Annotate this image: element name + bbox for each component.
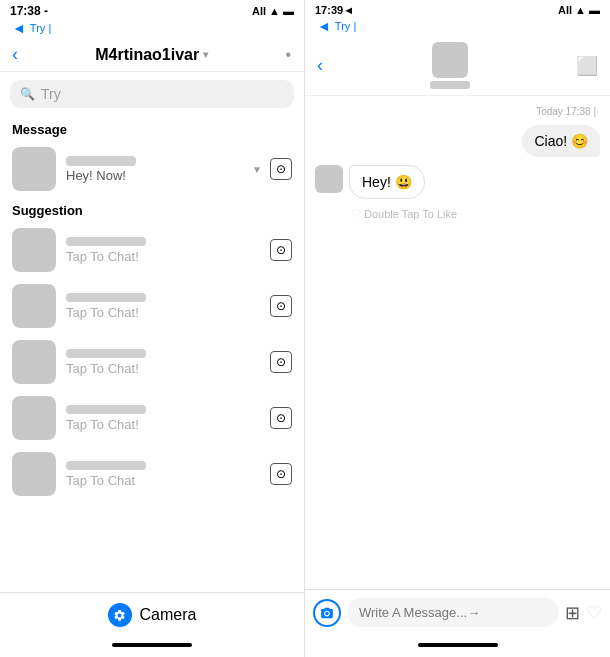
avatar — [12, 340, 56, 384]
double-tap-text: Double Tap To Like — [364, 208, 457, 220]
contact-avatar — [432, 42, 468, 78]
camera-icon[interactable]: ⊙ — [270, 463, 292, 485]
camera-button[interactable] — [108, 603, 132, 627]
home-indicator-left — [112, 643, 192, 647]
right-wifi-icon: ▲ — [575, 4, 586, 16]
suggestion-text: Tap To Chat! — [66, 417, 260, 432]
left-nav-back[interactable]: ◄ Try | — [0, 20, 304, 38]
message-content: Hey! Now! — [66, 156, 242, 183]
message-text: Hey! Now! — [66, 168, 242, 183]
right-time: 17:39◄ — [315, 4, 354, 16]
heart-button[interactable]: ♡ — [586, 602, 602, 624]
suggestion-content: Tap To Chat! — [66, 293, 260, 320]
suggestion-name-bar — [66, 237, 146, 246]
suggestion-item-2[interactable]: Tap To Chat! ⊙ — [0, 334, 304, 390]
right-carrier: All — [558, 4, 572, 16]
camera-icon[interactable]: ⊙ — [270, 351, 292, 373]
dropdown-arrow-icon: ▼ — [252, 164, 262, 175]
left-header-title-group: M4rtinao1ivar ▾ — [95, 46, 208, 64]
camera-icon[interactable]: ⊙ — [270, 407, 292, 429]
search-input[interactable]: Try — [41, 86, 61, 102]
camera-icon[interactable]: ⊙ — [270, 239, 292, 261]
right-header-center — [323, 42, 576, 89]
double-tap-label[interactable]: ♡ Double Tap To Like — [315, 207, 600, 220]
image-icon[interactable]: ⊞ — [565, 602, 580, 624]
message-section-label: Message — [0, 116, 304, 141]
right-panel: 17:39◄ All ▲ ▬ ◄ Try | ‹ ⬜ Today 17:38 |… — [305, 0, 610, 657]
bubble-content: Ciao! 😊 — [522, 125, 600, 157]
suggestion-content: Tap To Chat! — [66, 349, 260, 376]
avatar — [12, 228, 56, 272]
right-nav-back[interactable]: ◄ Try | — [305, 18, 610, 36]
bubble-content: Hey! 😃 — [349, 165, 425, 199]
battery-icon: ▬ — [283, 5, 294, 17]
chevron-down-icon: ▾ — [203, 49, 208, 60]
chat-timestamp: Today 17:38 | — [315, 106, 600, 117]
left-back-icon[interactable]: ‹ — [12, 44, 18, 65]
bottom-bar: Camera — [0, 592, 304, 643]
right-battery-icon: ▬ — [589, 4, 600, 16]
suggestion-content: Tap To Chat! — [66, 405, 260, 432]
wifi-icon: ▲ — [269, 5, 280, 17]
sender-avatar — [315, 165, 343, 193]
suggestion-name-bar — [66, 293, 146, 302]
suggestion-text: Tap To Chat! — [66, 361, 260, 376]
suggestion-item-4[interactable]: Tap To Chat ⊙ — [0, 446, 304, 502]
sender-name-bar — [66, 156, 136, 166]
suggestion-text: Tap To Chat! — [66, 249, 260, 264]
heart-icon: ♡ — [351, 207, 361, 220]
camera-icon[interactable]: ⊙ — [270, 158, 292, 180]
carrier-text: All — [252, 5, 266, 17]
avatar — [12, 147, 56, 191]
avatar — [12, 452, 56, 496]
left-back-arrow: ◄ — [12, 20, 26, 36]
message-input[interactable] — [347, 598, 559, 627]
suggestion-name-bar — [66, 461, 146, 470]
search-bar[interactable]: 🔍 Try — [10, 80, 294, 108]
camera-label: Camera — [140, 606, 197, 624]
camera-icon[interactable]: ⊙ — [270, 295, 292, 317]
suggestion-item-1[interactable]: Tap To Chat! ⊙ — [0, 278, 304, 334]
suggestion-content: Tap To Chat! — [66, 237, 260, 264]
suggestion-content: Tap To Chat — [66, 461, 260, 488]
avatar — [12, 284, 56, 328]
search-icon: 🔍 — [20, 87, 35, 101]
right-back-arrow: ◄ — [317, 18, 331, 34]
chat-input-bar: ⊞ ♡ — [305, 589, 610, 643]
suggestion-section-label: Suggestion — [0, 197, 304, 222]
chat-camera-button[interactable] — [313, 599, 341, 627]
left-time: 17:38 - — [10, 4, 48, 18]
suggestion-item-3[interactable]: Tap To Chat! ⊙ — [0, 390, 304, 446]
suggestion-name-bar — [66, 349, 146, 358]
suggestion-item-0[interactable]: Tap To Chat! ⊙ — [0, 222, 304, 278]
contact-name-bar — [430, 81, 470, 89]
chat-area: Today 17:38 | Ciao! 😊 Hey! 😃 ♡ Double Ta… — [305, 96, 610, 589]
suggestion-name-bar — [66, 405, 146, 414]
more-options-icon[interactable]: • — [285, 46, 292, 64]
home-indicator-right — [418, 643, 498, 647]
right-header: ‹ ⬜ — [305, 36, 610, 96]
message-item[interactable]: Hey! Now! ▼ ⊙ — [0, 141, 304, 197]
left-status-icons: All ▲ ▬ — [252, 5, 294, 17]
right-nav-label: Try | — [335, 20, 356, 32]
right-status-bar: 17:39◄ All ▲ ▬ — [305, 0, 610, 18]
avatar — [12, 396, 56, 440]
incoming-bubble: Hey! 😃 — [315, 165, 600, 199]
suggestion-text: Tap To Chat! — [66, 305, 260, 320]
right-status-icons: All ▲ ▬ — [558, 4, 600, 16]
left-nav-label: Try | — [30, 22, 51, 34]
left-header: ‹ M4rtinao1ivar ▾ • — [0, 38, 304, 72]
left-header-title: M4rtinao1ivar — [95, 46, 199, 64]
outgoing-bubble: Ciao! 😊 — [315, 125, 600, 157]
video-icon[interactable]: ⬜ — [576, 55, 598, 77]
bubble-text: Ciao! 😊 — [534, 133, 588, 149]
bubble-text: Hey! 😃 — [362, 174, 412, 190]
message-actions: ▼ ⊙ — [252, 158, 292, 180]
suggestion-text: Tap To Chat — [66, 473, 260, 488]
left-status-bar: 17:38 - All ▲ ▬ — [0, 0, 304, 20]
left-panel: 17:38 - All ▲ ▬ ◄ Try | ‹ M4rtinao1ivar … — [0, 0, 305, 657]
